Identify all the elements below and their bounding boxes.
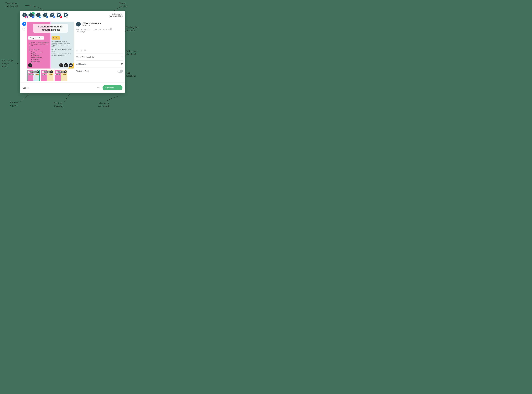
annotation-edit-media: Edit, change or copy media [2,59,13,68]
annotation-text-only: Post text /links only [53,102,64,108]
annotation-toggle-socials: Toggle other socials on/off [5,2,18,8]
close-icon: ✕ [37,71,38,73]
emoji-icon: ☺ [76,49,79,52]
schedule-dropdown[interactable]: ⌄ [117,85,122,90]
text-only-row: Text Only Post [76,67,123,75]
scheduled-label: Scheduled for: [109,13,123,15]
preview-left-chip: Blog post reshare [28,36,44,40]
more-icon: ••• [69,64,72,67]
socials-row: P ◉ P f ✓ P P in P G [21,12,69,18]
social-toggle-tiktok[interactable]: P ♪ [63,12,69,18]
add-location-row[interactable]: Add Location [76,60,123,67]
thumb-right-chip: Caption [49,74,53,75]
copy-icon: ⧉ [84,49,86,52]
carousel-thumb[interactable]: 3 Caption Prompts for Instagram Posts Ho… [54,70,67,81]
check-icon: ✓ [32,12,35,14]
post-composer-modal: P ◉ P f ✓ P P in P G [20,11,125,93]
profile-avatar: P [76,22,81,26]
social-toggle-linkedin[interactable]: P in [42,12,48,18]
top-bar: P ◉ P f ✓ P P in P G [20,11,125,20]
svg-point-0 [122,63,122,64]
swap-icon: ⇄ [65,64,67,67]
media-more-button[interactable]: ••• [69,63,73,67]
social-toggle-pinterest[interactable]: P P [56,12,62,18]
plus-icon: + [122,56,123,58]
google-icon: G [53,16,55,18]
fullscreen-button[interactable]: ⛶ [59,63,63,67]
close-icon: ✕ [51,71,52,73]
caption-tools: ☺ # ⧉ [76,48,123,53]
footer: Cancel ••• Schedule ⌄ [20,83,125,93]
remove-thumb-button[interactable]: ✕ [64,70,67,73]
remove-thumb-button[interactable]: ✕ [37,70,39,73]
add-media-button[interactable]: + [28,63,32,67]
annotation-carousel: Carousel support [10,101,18,107]
annotation-tag-locations: Tag Locations [127,71,136,78]
facebook-tab-icon[interactable]: f [22,22,26,26]
chevron-down-icon: ⌄ [119,87,121,89]
video-thumbnail-row[interactable]: Video Thumbnail: 0s + [76,53,123,60]
footer-more-button[interactable]: ••• [97,86,101,89]
tip-text: Use the link sticker in Stories to direc… [31,41,49,47]
facebook-icon: f [32,16,34,18]
carousel-thumbs: 3 Caption Prompts for Instagram Posts Bl… [27,70,74,81]
copy-button[interactable]: ⧉ [84,49,86,52]
thumb-right-chip: Caption [35,74,39,75]
hashtag-button[interactable]: # [81,49,82,52]
thumb-right-chip: Caption [63,74,66,75]
plus-icon: + [29,64,31,67]
location-pin-icon [121,62,123,66]
chevron-up-icon: ᐱ [24,28,25,30]
emoji-button[interactable]: ☺ [76,49,79,52]
remove-thumb-button[interactable]: ✕ [50,70,53,73]
carousel-thumb[interactable]: 3 Caption Prompts for Instagram Posts Bl… [27,70,40,81]
preview-right-p2: Here are the key takeaways: (list 2-3 po… [52,49,73,52]
preview-right-p3: Read now via the link in bio, or tap the… [52,53,73,57]
caption-input[interactable] [76,28,123,48]
annotation-datetime: Choose date/time [119,2,128,8]
preview-right-p1: I've shared my thoughts on .... (subject… [52,41,73,47]
add-location-label: Add Location [76,63,88,65]
linkedin-icon: in [46,16,48,18]
collapse-button[interactable]: ᐱ [22,27,26,31]
swap-media-button[interactable]: ⇄ [64,63,68,67]
hashtags-text: #newblogpost #bloggerscommunity #blogger… [31,49,43,62]
social-toggle-facebook[interactable]: P f ✓ [28,12,34,18]
media-preview: Blog post reshare Tip: Use the link stic… [27,22,74,68]
thumb-left-chip: How to guide [55,74,60,75]
annotation-schedule: Schedule or save as draft [98,102,110,108]
thumb-left-chip: Day in the life [42,74,47,75]
profile-row: P @Sharemyinsights Facebook [76,22,123,26]
media-column: Blog post reshare Tip: Use the link stic… [27,22,74,81]
text-only-label: Text Only Post [76,70,89,72]
social-toggle-instagram[interactable]: P ◉ [21,12,28,18]
profile-network: Facebook [82,24,101,26]
schedule-button[interactable]: Schedule ⌄ [102,85,122,90]
profile-handle: @Sharemyinsights [82,22,101,24]
cancel-button[interactable]: Cancel [23,87,29,89]
text-only-toggle[interactable] [117,70,123,73]
preview-title: 3 Caption Prompts for Instagram Posts [33,24,68,33]
preview-right-chip: Caption [52,36,60,40]
annotation-hashtags: Hashtag lists & emojis [127,26,138,32]
annotation-video-thumb: Video cover thumbnail [127,50,138,56]
video-thumbnail-label: Video Thumbnail: 0s [76,56,94,58]
social-toggle-google[interactable]: P G [49,12,55,18]
scheduled-block: Scheduled for: Apr 13, 02:00 PM [109,13,123,17]
tiktok-icon: ♪ [66,16,69,18]
schedule-button-label: Schedule [102,85,117,90]
fullscreen-icon: ⛶ [60,64,62,67]
hashtag-icon: # [81,49,82,52]
instagram-icon: ◉ [25,16,28,18]
social-toggle-twitter[interactable]: P [35,12,41,18]
composer-body: f ᐱ Blog post reshare Tip: Use the link … [20,20,125,83]
carousel-thumb[interactable]: 3 Caption Prompts for Instagram Posts Da… [41,70,53,81]
pinterest-icon: P [59,16,62,18]
close-icon: ✕ [65,71,66,73]
caption-column: P @Sharemyinsights Facebook ☺ # ⧉ Video … [76,22,123,81]
network-tabs-column: f ᐱ [22,22,27,81]
thumb-left-chip: Blog post reshare [28,74,35,75]
scheduled-value[interactable]: Apr 13, 02:00 PM [109,15,123,17]
twitter-icon [39,16,41,18]
